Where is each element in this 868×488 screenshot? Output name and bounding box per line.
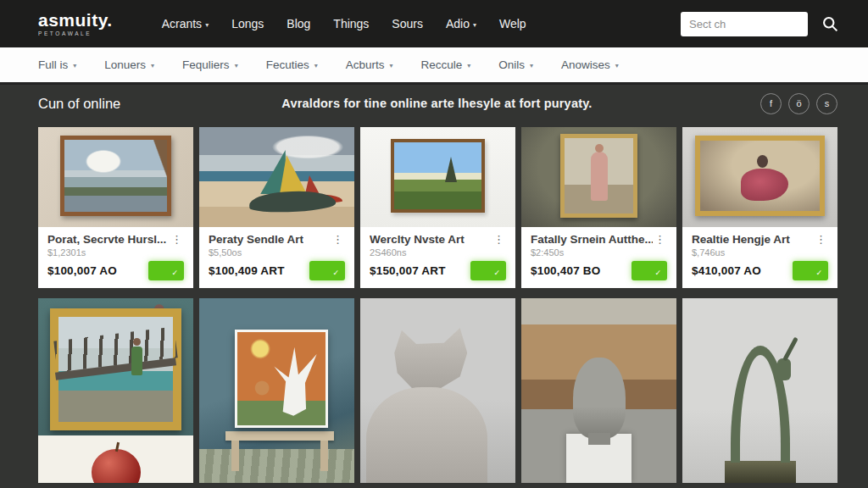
red-apple-shape <box>92 449 141 483</box>
product-title: Werclty Nvste Art <box>370 233 465 246</box>
chevron-down-icon: ▾ <box>473 21 476 29</box>
logo-text: asmuity. <box>38 11 113 29</box>
product-title: Porat, Secrvte Hursl... <box>47 233 166 246</box>
subnav-item-reccule[interactable]: Reccule▾ <box>420 58 470 71</box>
product-price: $100,407 BO <box>531 264 601 277</box>
wooden-bench-shape <box>225 431 334 441</box>
add-to-cart-button[interactable] <box>309 261 345 280</box>
page-subtitle: Avraldors for tine online arte lhesyle a… <box>281 97 592 110</box>
product-image[interactable] <box>360 127 515 227</box>
product-card: Porat, Secrvte Hursl... $1,2301s $100,00… <box>38 127 193 288</box>
kebab-menu-icon[interactable] <box>653 233 667 246</box>
subnav-label: Lonuers <box>104 58 146 71</box>
logo[interactable]: asmuity. PETOAWALE <box>38 11 113 37</box>
subnav-label: Onils <box>498 58 525 71</box>
product-subtitle: $,746us <box>692 247 828 258</box>
robed-figure-shape <box>591 152 608 201</box>
nav-item-sours[interactable]: Sours <box>392 17 423 30</box>
social-icons: f ö s <box>760 93 837 114</box>
chevron-down-icon: ▾ <box>314 62 318 69</box>
nav-item-things[interactable]: Things <box>333 17 369 30</box>
subnav-label: Full is <box>38 58 68 71</box>
product-image[interactable] <box>38 127 193 227</box>
product-subtitle: $5,50os <box>209 247 345 258</box>
nav-item-acrants[interactable]: Acrants▾ <box>162 17 209 30</box>
chevron-down-icon: ▾ <box>615 62 619 69</box>
subnav-item-lonuers[interactable]: Lonuers▾ <box>104 58 154 71</box>
painting-frame <box>560 134 637 218</box>
pinterest-icon[interactable]: ö <box>788 93 810 114</box>
product-info: Porat, Secrvte Hursl... $1,2301s $100,00… <box>38 227 193 288</box>
chevron-down-icon: ▾ <box>530 62 533 69</box>
page-title: Cun of online <box>38 96 120 112</box>
horned-figure-shape <box>731 346 790 463</box>
product-card: Realtie Hengje Art $,746us $410,007 AO <box>682 127 837 288</box>
product-info: Peraty Sendle Art $5,50os $100,409 ART <box>199 227 354 288</box>
subnav-item-anowises[interactable]: Anowises▾ <box>561 58 619 71</box>
kebab-menu-icon[interactable] <box>170 233 184 246</box>
bridge-figure-shape <box>131 347 142 375</box>
chevron-down-icon: ▾ <box>467 62 470 69</box>
subnav-item-acburts[interactable]: Acburts▾ <box>346 58 393 71</box>
product-subtitle: 2S460ns <box>370 247 506 258</box>
search-icon[interactable] <box>821 15 839 33</box>
white-shelf <box>38 435 193 483</box>
product-title: Realtie Hengje Art <box>692 233 790 246</box>
add-to-cart-button[interactable] <box>470 261 506 280</box>
product-image[interactable] <box>199 127 354 227</box>
top-navbar: asmuity. PETOAWALE Acrants▾ Longs Blog T… <box>0 0 868 47</box>
gallery-item[interactable] <box>38 298 193 483</box>
secondary-nav: Full is▾ Lonuers▾ Fequliers▾ Fecuties▾ A… <box>0 47 868 85</box>
kebab-menu-icon[interactable] <box>331 233 345 246</box>
painting-frame <box>695 136 825 216</box>
gallery-grid <box>38 298 837 483</box>
add-to-cart-button[interactable] <box>148 261 184 280</box>
product-grid: Porat, Secrvte Hursl... $1,2301s $100,00… <box>38 127 837 288</box>
gallery-item[interactable] <box>521 298 676 483</box>
subnav-label: Acburts <box>346 58 385 71</box>
gallery-item[interactable] <box>360 298 515 483</box>
chevron-down-icon: ▾ <box>73 62 76 69</box>
add-to-cart-button[interactable] <box>632 261 667 280</box>
yellow-sail-shape <box>280 155 307 194</box>
share-icon[interactable]: s <box>816 93 837 114</box>
nav-label: Blog <box>287 17 310 30</box>
subnav-label: Fequliers <box>182 58 230 71</box>
product-price: $100,007 AO <box>47 264 117 277</box>
product-image[interactable] <box>682 127 837 227</box>
kebab-menu-icon[interactable] <box>814 233 828 246</box>
product-image[interactable] <box>521 127 676 227</box>
sculpture-base-shape <box>725 461 796 483</box>
nav-label: Adio <box>446 17 470 30</box>
nav-label: Longs <box>231 17 264 30</box>
product-info: Werclty Nvste Art 2S460ns $150,007 ART <box>360 227 515 288</box>
painting-frame <box>60 136 171 216</box>
ornate-gold-frame <box>50 308 181 430</box>
kebab-menu-icon[interactable] <box>492 233 506 246</box>
product-price: $150,007 ART <box>370 264 446 277</box>
subnav-item-full-is[interactable]: Full is▾ <box>38 58 76 71</box>
gallery-item[interactable] <box>199 298 354 483</box>
product-title: Fatally Srnein Autthe... <box>531 233 653 246</box>
nav-label: Welp <box>499 17 526 30</box>
nav-item-adio[interactable]: Adio▾ <box>446 17 476 30</box>
primary-nav: Acrants▾ Longs Blog Things Sours Adio▾ W… <box>162 17 526 30</box>
gallery-item[interactable] <box>682 298 837 483</box>
facebook-icon[interactable]: f <box>760 93 782 114</box>
subnav-item-onils[interactable]: Onils▾ <box>498 58 533 71</box>
chevron-down-icon: ▾ <box>205 21 209 29</box>
product-card: Peraty Sendle Art $5,50os $100,409 ART <box>199 127 354 288</box>
subnav-label: Reccule <box>420 58 462 71</box>
subnav-item-fecuties[interactable]: Fecuties▾ <box>266 58 318 71</box>
add-to-cart-button[interactable] <box>793 261 828 280</box>
search-area <box>681 12 839 36</box>
cat-torso-shape <box>366 387 487 483</box>
nav-item-longs[interactable]: Longs <box>231 17 264 30</box>
search-input[interactable] <box>681 12 808 36</box>
nav-item-welp[interactable]: Welp <box>499 17 526 30</box>
nav-label: Acrants <box>162 17 202 30</box>
nav-item-blog[interactable]: Blog <box>287 17 310 30</box>
subnav-item-fequliers[interactable]: Fequliers▾ <box>182 58 238 71</box>
woman-in-red-shape <box>741 169 788 201</box>
cat-head-shape <box>394 328 467 391</box>
